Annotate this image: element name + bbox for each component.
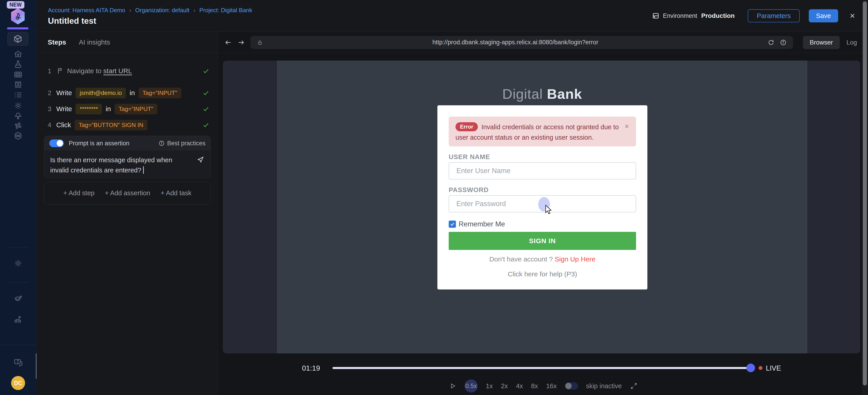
tab-log-view[interactable]: Log [846,39,857,46]
brand-bank: Bank [547,86,582,102]
forward-arrow-icon[interactable] [237,39,245,46]
sidebar-item-account-settings[interactable] [0,258,36,268]
send-prompt-button[interactable] [196,156,205,164]
step-value-badge[interactable]: ******** [75,104,102,114]
prompt-text-line1: Is there an error message displayed when [50,155,205,165]
browser-panel: http://prod.dbank.staging-apps.relicx.ai… [218,32,868,395]
speed-0.5x-selected[interactable]: 0.5x [465,380,477,393]
step-row-3[interactable]: 3 Write ******** in Tag="INPUT" [48,103,210,115]
prompt-textarea[interactable]: Is there an error message displayed when… [44,151,211,175]
tab-ai-insights[interactable]: AI insights [79,38,110,46]
sign-in-button[interactable]: SIGN IN [449,232,636,250]
add-step-button[interactable]: + Add step [63,189,94,197]
sidebar-item-connectors[interactable] [0,314,36,324]
toggle-knob [565,383,572,389]
list-icon [13,90,23,100]
lock-icon [257,39,263,46]
sidebar-item-list[interactable] [0,90,36,100]
alert-close-button[interactable] [623,123,630,130]
step-number: 1 [48,67,53,75]
remember-checkbox[interactable] [449,221,456,228]
password-label: PASSWORD [449,186,489,194]
refresh-icon[interactable] [768,39,774,46]
step-target-badge[interactable]: Tag="INPUT" [115,104,158,114]
parameters-button[interactable]: Parameters [748,9,800,22]
skip-inactive-toggle[interactable] [565,382,578,390]
check-icon [202,89,210,97]
sidebar-item-home[interactable] [0,49,36,59]
speed-4x[interactable]: 4x [516,382,523,390]
close-button[interactable] [848,12,856,20]
speed-2x[interactable]: 2x [501,382,508,390]
step-row-1[interactable]: 1 Navigate to start URL [48,65,210,77]
close-icon [623,123,630,130]
tab-browser-view[interactable]: Browser [803,36,840,49]
toggle-knob [57,140,63,146]
help-link[interactable]: Click here for help (P3) [437,270,647,278]
gear-icon [13,101,23,110]
prompt-card-header: Prompt is an assertion Best practices [44,136,211,151]
speed-1x[interactable]: 1x [486,382,493,390]
step-number: 4 [48,121,53,129]
text-caret [143,166,144,174]
step-action: Navigate to start URL [67,67,132,75]
breadcrumb: Account: Harness AITA Demo › Organizatio… [48,7,252,14]
best-practices-link[interactable]: Best practices [158,140,206,147]
sign-up-link[interactable]: Sign Up Here [555,255,595,263]
sidebar-item-lab[interactable] [0,59,36,69]
speed-16x[interactable]: 16x [546,382,557,390]
start-url-link[interactable]: start URL [103,67,132,74]
username-input[interactable] [449,162,636,179]
step-row-2[interactable]: 2 Write jsmith@demo.io in Tag="INPUT" [48,87,210,99]
sidebar-item-grid[interactable] [0,70,36,79]
layers-gear-icon [13,294,23,304]
sidebar-item-help[interactable] [0,358,36,368]
assertion-toggle[interactable] [49,139,64,147]
user-avatar[interactable]: DC [11,376,25,390]
sidebar-item-environments[interactable] [0,294,36,304]
breadcrumb-account[interactable]: Account: Harness AITA Demo [48,7,125,14]
add-assertion-button[interactable]: + Add assertion [105,189,150,197]
sidebar-divider [7,247,29,248]
environment-icon [652,12,660,20]
add-task-button[interactable]: + Add task [161,189,191,197]
sidebar-item-chaos[interactable] [0,121,36,131]
scrollbar-thumb[interactable] [863,1,867,386]
harness-aita-logo[interactable] [10,8,26,24]
check-icon [202,67,210,75]
play-icon[interactable] [449,382,456,390]
window-scrollbar[interactable] [862,0,868,395]
fullscreen-icon[interactable] [630,382,638,390]
remember-me-row[interactable]: Remember Me [449,220,505,228]
step-value-badge[interactable]: jsmith@demo.io [75,88,126,98]
sidebar-item-incognito[interactable] [0,111,36,121]
info-icon[interactable] [780,39,786,46]
page-title: Untitled test [48,16,96,26]
tab-steps[interactable]: Steps [48,38,66,46]
back-arrow-icon[interactable] [224,39,232,46]
flask-icon [13,59,23,69]
elapsed-time: 01:19 [302,364,320,372]
step-target-badge[interactable]: Tag="BUTTON" SIGN IN [74,120,147,130]
step-target-badge[interactable]: Tag="INPUT" [138,88,182,98]
sidebar-item-settings[interactable] [0,101,36,110]
step-connector: in [105,105,111,113]
timeline-track[interactable] [333,367,751,369]
sidebar-item-columns[interactable] [0,80,36,90]
speed-8x[interactable]: 8x [531,382,538,390]
step-row-4[interactable]: 4 Click Tag="BUTTON" SIGN IN [48,119,210,131]
step-status-check [202,105,210,113]
live-label: LIVE [766,364,781,372]
check-icon [450,222,455,227]
login-card: ErrorInvalid credentials or access not g… [437,105,647,290]
assertion-toggle-label: Prompt is an assertion [69,140,129,147]
timeline-scrubber[interactable] [746,364,755,372]
url-bar[interactable]: http://prod.dbank.staging-apps.relicx.ai… [250,36,793,49]
save-button[interactable]: Save [809,9,838,22]
breadcrumb-project[interactable]: Project: Digital Bank [199,7,252,14]
sidebar-item-pipelines[interactable] [0,131,36,141]
breadcrumb-organization[interactable]: Organization: default [135,7,189,14]
username-label: USER NAME [449,153,490,161]
sidebar-item-modules-active[interactable] [7,32,28,46]
error-alert: ErrorInvalid credentials or access not g… [449,117,636,146]
